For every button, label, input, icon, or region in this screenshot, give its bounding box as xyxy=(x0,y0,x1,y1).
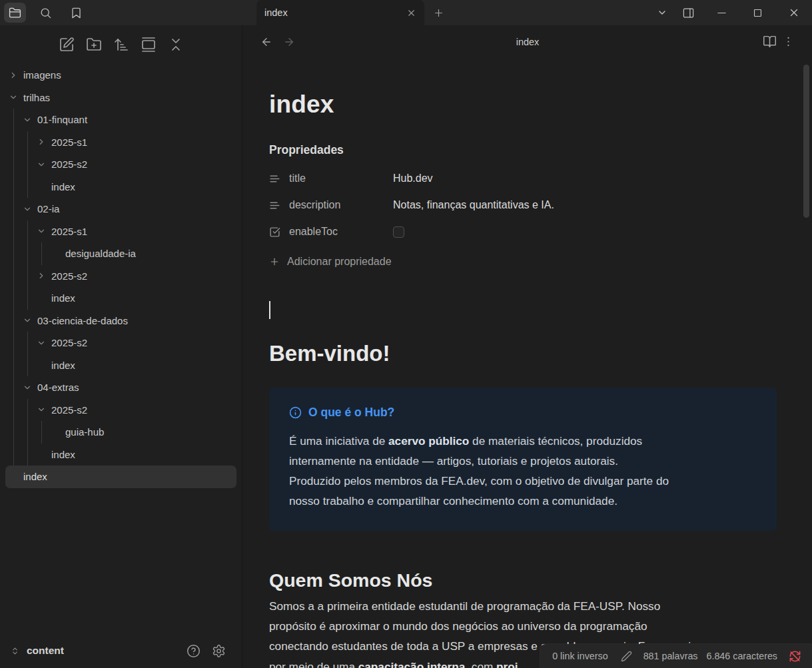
chevron-down-icon[interactable] xyxy=(23,115,32,125)
editor-scrollbar[interactable] xyxy=(803,65,809,218)
property-key-label: enableToc xyxy=(289,226,338,238)
add-property-button[interactable]: Adicionar propriedade xyxy=(269,250,777,273)
bold-text: proj xyxy=(496,660,518,668)
tree-item-label: index xyxy=(51,449,75,460)
callout-body[interactable]: É uma iniciativa de acervo público de ma… xyxy=(289,431,757,511)
minimize-button[interactable] xyxy=(716,0,727,25)
section-heading[interactable]: Quem Somos Nós xyxy=(269,569,777,591)
tree-folder-2025-s1[interactable]: 2025-s1 xyxy=(5,220,236,243)
tree-folder-trilhas[interactable]: trilhas xyxy=(5,87,236,109)
help-icon[interactable] xyxy=(187,644,201,658)
stacked-tabs-button[interactable] xyxy=(141,37,157,53)
property-key[interactable]: title xyxy=(269,172,393,184)
file-explorer-toolbar xyxy=(0,25,242,53)
note-title[interactable]: index xyxy=(269,91,777,119)
more-options-button[interactable] xyxy=(782,35,795,48)
close-icon[interactable] xyxy=(406,8,416,18)
chevron-right-icon[interactable] xyxy=(37,137,46,147)
indent-guide xyxy=(13,153,27,176)
new-note-button[interactable] xyxy=(59,37,75,53)
indent-guide xyxy=(27,242,41,265)
tree-folder-2025-s2[interactable]: 2025-s2 xyxy=(5,265,236,288)
info-callout[interactable]: O que é o Hub? É uma iniciativa de acerv… xyxy=(269,388,777,531)
new-tab-button[interactable] xyxy=(433,7,444,19)
property-row-description: descriptionNotas, finanças quantitativas… xyxy=(269,192,777,218)
tree-folder-2025-s2[interactable]: 2025-s2 xyxy=(5,153,236,176)
sort-order-button[interactable] xyxy=(113,37,129,53)
tree-folder-01-finquant[interactable]: 01-finquant xyxy=(5,109,236,131)
properties-heading[interactable]: Propriedades xyxy=(269,143,777,157)
tab-list-button[interactable] xyxy=(657,0,667,25)
chevron-down-icon[interactable] xyxy=(23,316,32,325)
tree-folder-02-ia[interactable]: 02-ia xyxy=(5,198,236,220)
chevron-down-icon[interactable] xyxy=(37,160,46,169)
right-sidebar-toggle-button[interactable] xyxy=(682,0,695,25)
vault-switcher[interactable]: content xyxy=(0,633,242,668)
note-scroll-area: index Propriedades titleHub.devdescripti… xyxy=(243,59,812,668)
indent-guide xyxy=(13,242,27,265)
collapse-all-button[interactable] xyxy=(168,37,184,53)
tree-file-index[interactable]: index xyxy=(5,444,236,466)
property-value[interactable]: Hub.dev xyxy=(393,172,433,184)
minimize-icon xyxy=(716,7,727,19)
word-count[interactable]: 881 palavras xyxy=(643,651,698,661)
tree-file-index[interactable]: index xyxy=(5,176,236,198)
gear-icon[interactable] xyxy=(212,644,226,658)
bookmark-icon xyxy=(70,7,83,19)
tree-folder-2025-s1[interactable]: 2025-s1 xyxy=(5,131,236,154)
chevron-down-icon[interactable] xyxy=(23,204,32,214)
indent-guide xyxy=(27,287,41,310)
tree-folder-2025-s2[interactable]: 2025-s2 xyxy=(5,399,236,422)
footer-icons xyxy=(187,644,226,658)
chevron-right-icon[interactable] xyxy=(9,71,18,80)
chevron-down-icon[interactable] xyxy=(37,405,46,414)
chevron-right-icon[interactable] xyxy=(37,271,46,280)
tree-folder-2025-s2[interactable]: 2025-s2 xyxy=(5,332,236,354)
tree-file-index[interactable]: index xyxy=(5,354,236,377)
property-key[interactable]: enableToc xyxy=(269,226,393,238)
tree-file-desigualdade-ia[interactable]: desigualdade-ia xyxy=(5,242,236,265)
indent-guide xyxy=(13,220,27,243)
backlinks-count[interactable]: 0 link inverso xyxy=(552,651,608,661)
indent-guide xyxy=(13,421,27,444)
tree-item-label: 2025-s1 xyxy=(51,226,87,237)
file-tree: imagenstrilhas01-finquant2025-s12025-s2i… xyxy=(0,64,242,488)
plus-icon xyxy=(269,256,280,267)
text-icon xyxy=(269,173,280,184)
tab-index[interactable]: index xyxy=(256,0,424,25)
chevron-down-icon[interactable] xyxy=(37,338,46,348)
add-property-label: Adicionar propriedade xyxy=(287,256,392,268)
tree-file-index[interactable]: index xyxy=(5,287,236,310)
chevron-down-icon[interactable] xyxy=(23,383,32,392)
pencil-icon[interactable] xyxy=(621,651,632,662)
bookmarks-ribbon-button[interactable] xyxy=(65,3,87,23)
sync-off-icon[interactable] xyxy=(789,650,801,663)
indent-guide xyxy=(13,176,27,198)
tree-folder-03-ciencia-de-dados[interactable]: 03-ciencia-de-dados xyxy=(5,310,236,332)
property-value[interactable]: Notas, finanças quantitativas e IA. xyxy=(393,199,554,211)
welcome-heading[interactable]: Bem-vindo! xyxy=(269,341,777,366)
maximize-icon xyxy=(752,7,763,19)
tree-item-label: imagens xyxy=(23,69,61,81)
character-count[interactable]: 6.846 caracteres xyxy=(707,651,778,661)
tree-file-guia-hub[interactable]: guia-hub xyxy=(5,421,236,444)
search-ribbon-button[interactable] xyxy=(35,3,57,23)
tree-item-label: 2025-s2 xyxy=(51,270,87,282)
maximize-button[interactable] xyxy=(752,0,763,25)
window-close-button[interactable] xyxy=(788,0,800,25)
indent-guide xyxy=(27,176,41,198)
tree-folder-imagens[interactable]: imagens xyxy=(5,64,236,87)
new-folder-button[interactable] xyxy=(86,37,102,53)
tree-item-label: index xyxy=(51,360,75,371)
reading-view-button[interactable] xyxy=(763,35,777,49)
tree-item-label: 2025-s2 xyxy=(51,159,87,170)
chevron-down-icon[interactable] xyxy=(9,93,18,102)
tree-item-label: index xyxy=(51,181,75,192)
chevron-down-icon[interactable] xyxy=(37,226,46,236)
tree-folder-04-extras[interactable]: 04-extras xyxy=(5,376,236,399)
property-key[interactable]: description xyxy=(269,199,393,211)
property-checkbox[interactable] xyxy=(393,226,404,238)
files-ribbon-button[interactable] xyxy=(4,3,26,23)
tree-file-index[interactable]: index xyxy=(5,466,236,488)
properties-list: titleHub.devdescriptionNotas, finanças q… xyxy=(269,165,777,245)
